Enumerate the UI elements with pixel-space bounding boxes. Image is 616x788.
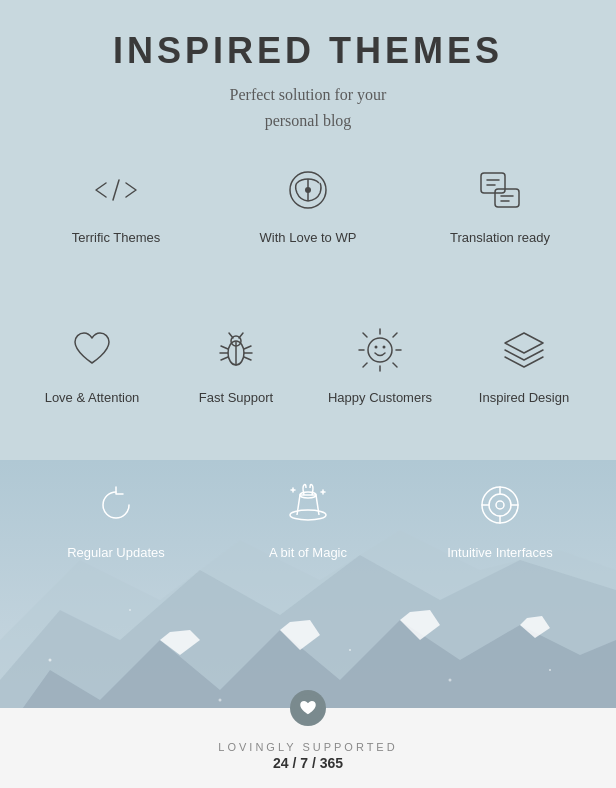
feature-terrific-themes: Terrific Themes <box>51 160 181 247</box>
feature-regular-updates: Regular Updates <box>51 475 181 562</box>
feature-inspired-design: Inspired Design <box>459 320 589 407</box>
sun-face-icon <box>350 320 410 380</box>
svg-marker-38 <box>505 333 543 353</box>
magic-hat-icon <box>278 475 338 535</box>
svg-point-3 <box>219 699 222 702</box>
svg-line-31 <box>363 333 367 337</box>
translate-icon <box>470 160 530 220</box>
svg-point-1 <box>49 659 52 662</box>
svg-rect-13 <box>495 189 519 207</box>
features-row-3: Regular Updates A b <box>0 475 616 562</box>
feature-with-love-to-wp: With Love to WP <box>243 160 373 247</box>
header: INSPIRED THEMES Perfect solution for you… <box>0 30 616 133</box>
bottom-logo-icon <box>290 690 326 726</box>
svg-line-32 <box>393 363 397 367</box>
terrific-themes-label: Terrific Themes <box>72 230 161 247</box>
svg-point-5 <box>449 679 452 682</box>
svg-line-23 <box>244 346 251 349</box>
heart-icon <box>62 320 122 380</box>
svg-line-20 <box>221 346 228 349</box>
regular-updates-label: Regular Updates <box>67 545 165 562</box>
svg-rect-10 <box>481 173 505 193</box>
bug-icon <box>206 320 266 380</box>
feature-intuitive-interfaces: Intuitive Interfaces <box>435 475 565 562</box>
main-title: INSPIRED THEMES <box>0 30 616 72</box>
svg-line-34 <box>363 363 367 367</box>
feature-happy-customers: Happy Customers <box>315 320 445 407</box>
intuitive-interfaces-label: Intuitive Interfaces <box>447 545 553 562</box>
svg-point-46 <box>489 494 511 516</box>
wordpress-icon <box>278 160 338 220</box>
svg-point-47 <box>496 501 504 509</box>
bit-of-magic-label: A bit of Magic <box>269 545 347 562</box>
feature-translation-ready: Translation ready <box>435 160 565 247</box>
bottom-bar: LOVINGLY SUPPORTED 24 / 7 / 365 <box>0 708 616 788</box>
code-icon <box>86 160 146 220</box>
svg-line-19 <box>239 333 243 338</box>
features-row-1: Terrific Themes With Love to WP <box>0 160 616 247</box>
svg-line-22 <box>221 357 228 360</box>
love-attention-label: Love & Attention <box>45 390 140 407</box>
with-love-to-wp-label: With Love to WP <box>260 230 357 247</box>
translation-ready-label: Translation ready <box>450 230 550 247</box>
svg-point-4 <box>349 649 351 651</box>
svg-line-25 <box>244 357 251 360</box>
svg-point-2 <box>129 609 131 611</box>
svg-point-35 <box>368 338 392 362</box>
target-icon <box>470 475 530 535</box>
layers-icon <box>494 320 554 380</box>
feature-love-attention: Love & Attention <box>27 320 157 407</box>
inspired-design-label: Inspired Design <box>479 390 569 407</box>
page-wrapper: INSPIRED THEMES Perfect solution for you… <box>0 0 616 788</box>
subtitle: Perfect solution for your personal blog <box>0 82 616 133</box>
svg-line-7 <box>113 180 119 200</box>
happy-customers-label: Happy Customers <box>328 390 432 407</box>
refresh-icon <box>86 475 146 535</box>
feature-bit-of-magic: A bit of Magic <box>243 475 373 562</box>
support-label: LOVINGLY SUPPORTED <box>218 741 397 753</box>
svg-line-18 <box>229 333 233 338</box>
svg-line-33 <box>393 333 397 337</box>
svg-point-39 <box>290 510 326 520</box>
svg-point-6 <box>549 669 551 671</box>
support-hours: 24 / 7 / 365 <box>273 755 343 771</box>
feature-fast-support: Fast Support <box>171 320 301 407</box>
fast-support-label: Fast Support <box>199 390 273 407</box>
svg-point-36 <box>375 346 378 349</box>
svg-point-37 <box>383 346 386 349</box>
features-row-2: Love & Attention <box>0 320 616 407</box>
